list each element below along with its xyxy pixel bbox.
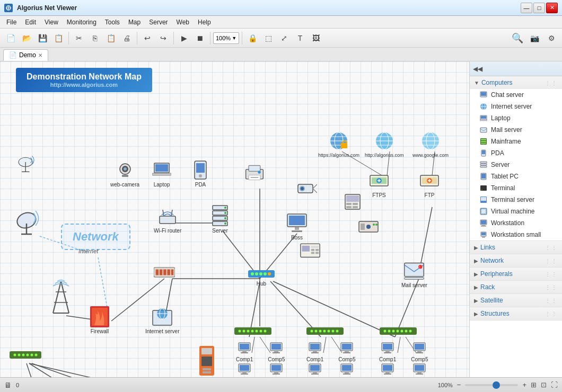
- copy-button[interactable]: ⎘: [87, 31, 102, 46]
- sidebar-item-internet-server[interactable]: Internet server: [470, 101, 562, 112]
- settings-button[interactable]: ⚙: [544, 31, 559, 46]
- switch-1-node[interactable]: [234, 326, 271, 336]
- sidebar-item-virtual-machine[interactable]: Virtual machine: [470, 206, 562, 217]
- phone-node[interactable]: [342, 191, 363, 212]
- redo-button[interactable]: ↪: [156, 31, 171, 46]
- save-button[interactable]: 💾: [35, 31, 50, 46]
- maximize-button[interactable]: □: [533, 3, 545, 13]
- comp6-node[interactable]: Comp6: [268, 363, 285, 377]
- sidebar-item-laptop[interactable]: Laptop: [470, 112, 562, 124]
- vm-item-icon: [479, 207, 488, 216]
- webcam-node[interactable]: web-camera: [110, 159, 139, 188]
- router-node[interactable]: [154, 262, 175, 283]
- zoom-plus-icon[interactable]: +: [522, 381, 526, 389]
- canvas-area[interactable]: Demonstration Network Map http://www.alg…: [0, 61, 469, 377]
- printer-node[interactable]: [244, 162, 265, 183]
- firewall-node[interactable]: Firewall: [89, 306, 110, 334]
- svg-line-18: [32, 363, 122, 377]
- sidebar-item-server[interactable]: Server: [470, 159, 562, 171]
- start-monitoring-button[interactable]: ▶: [177, 31, 191, 46]
- pda-node[interactable]: PDA: [190, 159, 211, 188]
- open-button[interactable]: 📂: [19, 31, 34, 46]
- mail-server-node[interactable]: ! Mail server: [401, 260, 427, 288]
- sidebar-network-header[interactable]: ▶ Network ⋮⋮: [470, 254, 562, 267]
- switch-small-node[interactable]: [10, 350, 41, 360]
- zoom-slider[interactable]: [465, 384, 518, 386]
- cut-button[interactable]: ✂: [72, 31, 86, 46]
- sidebar-item-tablet[interactable]: Tablet PC: [470, 171, 562, 182]
- close-button[interactable]: ✕: [546, 3, 558, 13]
- paste-button[interactable]: 📋: [103, 31, 118, 46]
- wifi-router-node[interactable]: Wi-Fi router: [154, 206, 181, 234]
- svg-line-77: [313, 189, 317, 193]
- menu-item-view[interactable]: View: [40, 17, 63, 27]
- terminal-cash-node[interactable]: Terminal Cash in: [187, 345, 226, 377]
- comp2-node[interactable]: Comp2: [236, 363, 253, 377]
- undo-button[interactable]: ↩: [140, 31, 155, 46]
- resize-button[interactable]: ⤢: [277, 31, 292, 46]
- sidebar-collapse-icon[interactable]: ◀◀: [473, 65, 482, 73]
- fit-page-icon[interactable]: ⊞: [531, 381, 537, 389]
- hub-node[interactable]: Hub: [248, 268, 275, 287]
- ftps-node[interactable]: FTPS: [368, 170, 390, 198]
- comp5-node[interactable]: Comp5: [268, 342, 285, 362]
- sidebar-structures-header[interactable]: ▶ Structures ⋮⋮: [470, 307, 562, 320]
- menu-item-edit[interactable]: Edit: [21, 17, 40, 27]
- zoom-control[interactable]: 100% ▼: [213, 32, 239, 44]
- sidebar-item-terminal-server[interactable]: Terminal server: [470, 194, 562, 206]
- password-button[interactable]: 🔒: [245, 31, 260, 46]
- search-button[interactable]: 🔍: [510, 31, 525, 46]
- tower-node[interactable]: [48, 279, 74, 316]
- sidebar-satellite-header[interactable]: ▶ Satellite ⋮⋮: [470, 294, 562, 307]
- sidebar-item-workstation-small[interactable]: Workstation small: [470, 229, 562, 240]
- menu-item-web[interactable]: Web: [172, 17, 194, 27]
- globe-3-node[interactable]: www.google.com: [412, 130, 449, 158]
- sidebar-item-chat-server[interactable]: Chat server: [470, 89, 562, 101]
- image-button[interactable]: 🖼: [309, 31, 323, 46]
- menu-item-file[interactable]: File: [2, 17, 21, 27]
- menu-item-help[interactable]: Help: [194, 17, 215, 27]
- sidebar-item-mainframe[interactable]: Mainframe: [470, 136, 562, 147]
- sidebar-item-mail-server[interactable]: Mail server: [470, 124, 562, 136]
- sidebar-rack-header[interactable]: ▶ Rack ⋮⋮: [470, 281, 562, 293]
- menu-item-tools[interactable]: Tools: [101, 17, 124, 27]
- satellite-node[interactable]: [16, 154, 37, 175]
- zoom-minus-icon[interactable]: −: [457, 381, 461, 389]
- sidebar-computers-header[interactable]: ▼ Computers ⋮⋮: [470, 76, 562, 89]
- globe-2-node[interactable]: http://algorius.com: [365, 130, 404, 158]
- tab-demo[interactable]: 📄 Demo ✕: [3, 49, 48, 61]
- new-button[interactable]: 📄: [3, 31, 18, 46]
- laptop-node[interactable]: Laptop: [151, 159, 172, 188]
- sidebar-links-header[interactable]: ▶ Links ⋮⋮: [470, 241, 562, 254]
- menu-item-map[interactable]: Map: [124, 17, 145, 27]
- fullscreen-icon[interactable]: ⛶: [551, 381, 558, 389]
- stop-monitoring-button[interactable]: ⏹: [192, 31, 207, 46]
- sidebar-peripherals-header[interactable]: ▶ Peripherals ⋮⋮: [470, 268, 562, 280]
- minimize-button[interactable]: —: [521, 3, 532, 13]
- actual-size-icon[interactable]: ⊡: [541, 381, 547, 389]
- print-button[interactable]: 🖨: [119, 31, 134, 46]
- sidebar-item-terminal[interactable]: _ Terminal: [470, 182, 562, 194]
- text-button[interactable]: T: [293, 31, 308, 46]
- device-node[interactable]: [358, 216, 379, 237]
- zoom-dropdown-icon[interactable]: ▼: [232, 35, 236, 41]
- ftp-node[interactable]: FTP: [419, 170, 440, 198]
- dish-node[interactable]: [15, 209, 42, 236]
- projector-node[interactable]: [296, 178, 317, 199]
- server-node[interactable]: Server: [209, 206, 231, 234]
- menu-item-server[interactable]: Server: [145, 17, 172, 27]
- internet-server-node[interactable]: Internet server: [145, 306, 179, 334]
- save-as-button[interactable]: 📋: [51, 31, 66, 46]
- sidebar-item-workstation[interactable]: Workstation: [470, 217, 562, 229]
- camera-button[interactable]: 📷: [527, 31, 542, 46]
- switch-3-node[interactable]: [380, 326, 417, 336]
- switch-2-node[interactable]: [306, 326, 344, 336]
- globe-1-node[interactable]: https://algorius.com: [318, 130, 359, 158]
- tab-close-button[interactable]: ✕: [38, 52, 42, 58]
- menu-item-monitoring[interactable]: Monitoring: [63, 17, 101, 27]
- sidebar-item-pda[interactable]: PDA: [470, 147, 562, 159]
- comp1-node[interactable]: Comp1: [236, 342, 253, 362]
- select-button[interactable]: ⬚: [261, 31, 276, 46]
- fax-node[interactable]: [300, 239, 321, 260]
- boss-node[interactable]: Boss: [286, 212, 308, 240]
